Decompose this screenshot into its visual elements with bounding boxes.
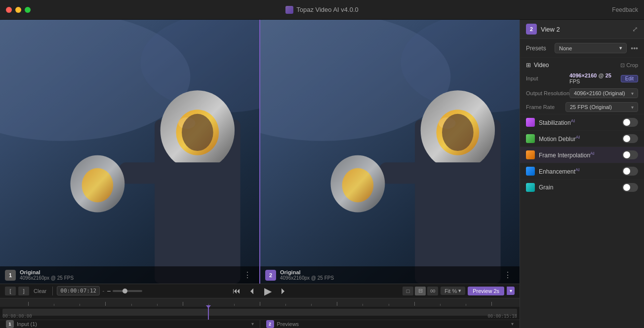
panel-more-button-2[interactable]: ⋮ [501,269,515,281]
grain-row: Grain [520,179,644,195]
frame-interpolation-icon [526,150,535,159]
view-info-1: Original 4096x2160px @ 25 FPS [20,269,74,281]
timecode-display: 00:00:07:12 [57,286,100,295]
fullscreen-button[interactable] [25,7,31,13]
close-button[interactable] [6,7,12,13]
video-label-1: 1 Original 4096x2160px @ 25 FPS ⋮ [0,266,259,284]
grain-label: Grain [539,184,618,191]
grain-toggle[interactable] [622,183,638,192]
svg-point-11 [182,114,213,151]
bottom-arrow-2: ▾ [511,321,514,327]
sidebar-expand-button[interactable]: ⤢ [632,25,638,33]
right-controls: □ ⊟ 00 Fit % ▾ Preview 2s ▾ [402,287,515,295]
video-frame-1 [0,20,259,284]
mark-out-button[interactable]: ] [18,287,29,295]
output-res-chevron-icon: ▾ [631,91,634,96]
frame-rate-value: 25 FPS (Original) [570,104,612,110]
minimize-button[interactable] [15,7,21,13]
ruler-ticks [2,302,517,306]
view-mode-buttons: □ ⊟ 00 [402,287,438,295]
preview-dropdown-button[interactable]: ▾ [507,287,515,295]
svg-point-10 [82,168,114,202]
crop-icon: ⊡ [620,62,625,69]
frame-interpolation-row: Frame InterpolationAI [520,146,644,163]
timecode-end: 00:00:15:18 [487,314,517,319]
video-label-left-2: 2 Original 4096x2160px @ 25 FPS [265,269,334,281]
zoom-minus-button[interactable]: − [107,287,111,295]
frame-rate-select[interactable]: 25 FPS (Original) ▾ [565,102,638,112]
grain-icon [526,183,535,192]
panel-more-button-1[interactable]: ⋮ [241,269,254,281]
view-info-2: Original 4096x2160px @ 25 FPS [280,269,334,281]
divider [52,287,53,295]
frame-interpolation-toggle[interactable] [622,150,638,159]
video-content-1 [0,20,259,284]
playhead-indicator [206,305,211,308]
titlebar: Topaz Video AI v4.0.0 Feedback [0,0,644,20]
input-label: Input [526,75,565,81]
playback-center-controls: ⏮ ⏴ ▶ ⏵ [230,284,290,298]
fit-label: Fit % [444,288,457,294]
app-title: Topaz Video AI v4.0.0 [285,6,359,14]
controls-area: [ ] Clear 00:00:07:12 - − ⏮ [0,284,520,328]
play-button[interactable]: ▶ [262,284,274,298]
video-section-icon: ⊞ [526,62,531,69]
timeline: 00:00:00:00 00:00:15:18 [0,298,520,320]
ab-view-button[interactable]: 00 [427,287,438,295]
video-container: 1 Original 4096x2160px @ 25 FPS ⋮ [0,20,520,284]
input-value: 4096×2160 @ 25 FPS [569,73,617,84]
svg-point-23 [442,114,474,151]
feedback-button[interactable]: Feedback [612,6,638,13]
playback-controls: [ ] Clear 00:00:07:12 - − ⏮ [0,284,520,298]
sidebar-view-badge: 2 [526,24,537,35]
single-view-button[interactable]: □ [402,287,413,295]
video-section-header: ⊞ Video ⊡ Crop [520,58,644,71]
enhancement-toggle-knob [623,168,630,175]
frame-back-button[interactable]: ⏴ [246,285,259,297]
mark-in-button[interactable]: [ [5,287,16,295]
timeline-bar [2,309,517,316]
playhead[interactable] [208,307,209,319]
svg-rect-19 [418,162,497,262]
presets-label: Presets [526,45,551,52]
traffic-lights [6,7,31,13]
svg-point-22 [342,168,374,202]
app-icon [285,6,293,14]
video-panel-1: 1 Original 4096x2160px @ 25 FPS ⋮ [0,20,259,284]
motion-deblur-toggle[interactable] [622,134,638,143]
crop-label: Crop [626,62,638,68]
bottom-label-text-1: Input (1) [17,321,37,327]
fit-arrow-icon: ▾ [458,288,461,294]
video-frame-2 [260,20,520,284]
split-view-button[interactable]: ⊟ [415,287,426,295]
bottom-labels: 1 Input (1) ▾ 2 Previews ▾ [0,320,520,328]
stabilization-toggle[interactable] [622,118,638,127]
zoom-slider[interactable] [113,290,142,292]
skip-to-start-button[interactable]: ⏮ [230,285,243,297]
frame-rate-row: Frame Rate 25 FPS (Original) ▾ [520,100,644,114]
sidebar-view-title: View 2 [541,26,560,33]
video-panel-2: 2 Original 4096x2160px @ 25 FPS ⋮ [260,20,520,284]
stabilization-toggle-knob [623,119,630,126]
motion-deblur-icon [526,134,535,143]
fit-button[interactable]: Fit % ▾ [441,287,465,295]
motion-deblur-row: Motion DeblurAI [520,130,644,146]
input-edit-button[interactable]: Edit [621,75,638,82]
output-res-select[interactable]: 4096×2160 (Original) ▾ [569,88,638,98]
enhancement-toggle[interactable] [622,167,638,176]
output-res-value: 4096×2160 (Original) [574,90,625,96]
panel-badge-2: 2 [265,270,276,281]
clear-button[interactable]: Clear [32,288,48,294]
stabilization-icon [526,118,535,127]
presets-chevron-icon: ▾ [619,45,622,51]
preview-button[interactable]: Preview 2s [468,287,504,295]
frame-interpolation-label: Frame InterpolationAI [539,151,618,159]
sidebar-header: 2 View 2 ⤢ [520,20,644,39]
timeline-track[interactable]: 00:00:00:00 00:00:15:18 [0,307,520,319]
crop-button[interactable]: ⊡ Crop [620,62,638,69]
presets-select[interactable]: None ▾ [555,43,627,53]
stabilization-row: StabilizationAI [520,114,644,130]
presets-more-button[interactable]: ••• [631,44,638,52]
frame-forward-button[interactable]: ⏵ [277,285,290,297]
timeline-ruler [0,298,520,307]
